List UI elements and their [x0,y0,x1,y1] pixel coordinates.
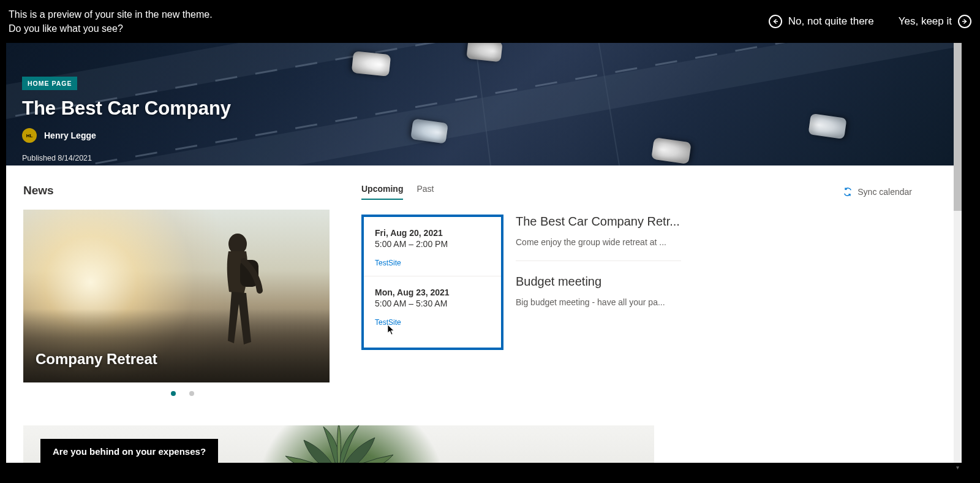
cursor-icon [387,324,396,335]
news-card-gradient [23,309,330,382]
event-date-item[interactable]: Fri, Aug 20, 2021 5:00 AM – 2:00 PM Test… [364,217,501,276]
author-name: Henry Legge [44,131,96,140]
svg-point-6 [228,234,247,254]
author-row: HL Henry Legge [22,128,231,143]
page-body: News Company Retreat U [6,165,954,396]
event-description: Big budget meeting - have all your pa... [516,297,681,307]
event-title: Budget meeting [516,275,681,289]
sync-calendar-button[interactable]: Sync calendar [843,187,912,197]
carousel-dot-1[interactable] [171,391,176,396]
site-preview-frame: HOME PAGE The Best Car Company HL Henry … [6,43,954,463]
plant-graphic [274,425,403,463]
sync-calendar-label: Sync calendar [858,187,912,197]
events-grid: Fri, Aug 20, 2021 5:00 AM – 2:00 PM Test… [361,215,937,350]
event-date-item[interactable]: Mon, Aug 23, 2021 5:00 AM – 5:30 AM Test… [364,276,501,348]
carousel-dot-2[interactable] [189,391,194,396]
event-title: The Best Car Company Retr... [516,215,681,229]
published-date: Published 8/14/2021 [22,154,231,162]
event-time: 5:00 AM – 2:00 PM [375,239,490,249]
preview-actions: No, not quite there Yes, keep it [769,15,971,28]
event-detail-item[interactable]: The Best Car Company Retr... Come enjoy … [516,215,681,261]
reject-theme-button[interactable]: No, not quite there [769,15,874,28]
news-heading: News [23,184,342,197]
tab-past[interactable]: Past [417,184,434,200]
event-site-link[interactable]: TestSite [375,259,490,267]
theme-preview-bar: This is a preview of your site in the ne… [0,0,980,43]
accept-theme-label: Yes, keep it [899,15,952,28]
events-date-list-highlighted: Fri, Aug 20, 2021 5:00 AM – 2:00 PM Test… [361,215,503,350]
hero-car-graphic [352,51,391,77]
hiker-graphic [201,230,274,371]
news-section: News Company Retreat [23,184,342,396]
preview-message-line1: This is a preview of your site in the ne… [9,7,213,21]
events-section: Upcoming Past Sync calendar Fri, Aug 20,… [342,184,937,396]
expenses-banner[interactable]: Are you behind on your expenses? [23,425,654,463]
page-type-badge: HOME PAGE [22,77,77,90]
author-avatar: HL [22,128,37,143]
news-card[interactable]: Company Retreat [23,210,330,382]
event-description: Come enjoy the group wide retreat at ... [516,237,681,247]
news-card-title: Company Retreat [36,351,157,368]
accept-theme-button[interactable]: Yes, keep it [899,15,971,28]
reject-theme-label: No, not quite there [788,15,874,28]
arrow-left-circle-icon [769,15,782,28]
site-title: The Best Car Company [22,97,231,120]
preview-message-line2: Do you like what you see? [9,21,213,36]
event-date: Mon, Aug 23, 2021 [375,287,490,297]
scrollbar-down-button[interactable]: ▾ [954,463,962,472]
vertical-scrollbar[interactable] [954,43,962,463]
hero-content: HOME PAGE The Best Car Company HL Henry … [22,77,231,162]
sync-icon [843,187,853,197]
event-time: 5:00 AM – 5:30 AM [375,299,490,308]
news-carousel-dots [23,391,342,396]
hero-banner: HOME PAGE The Best Car Company HL Henry … [6,43,954,165]
event-date: Fri, Aug 20, 2021 [375,228,490,238]
tab-upcoming[interactable]: Upcoming [361,184,403,200]
scrollbar-thumb[interactable] [954,43,962,211]
preview-message: This is a preview of your site in the ne… [9,7,213,36]
events-tabs: Upcoming Past [361,184,434,200]
events-detail-list: The Best Car Company Retr... Come enjoy … [516,215,681,334]
event-detail-item[interactable]: Budget meeting Big budget meeting - have… [516,275,681,321]
expenses-headline: Are you behind on your expenses? [40,439,218,463]
events-header: Upcoming Past Sync calendar [361,184,937,200]
arrow-right-circle-icon [958,15,971,28]
